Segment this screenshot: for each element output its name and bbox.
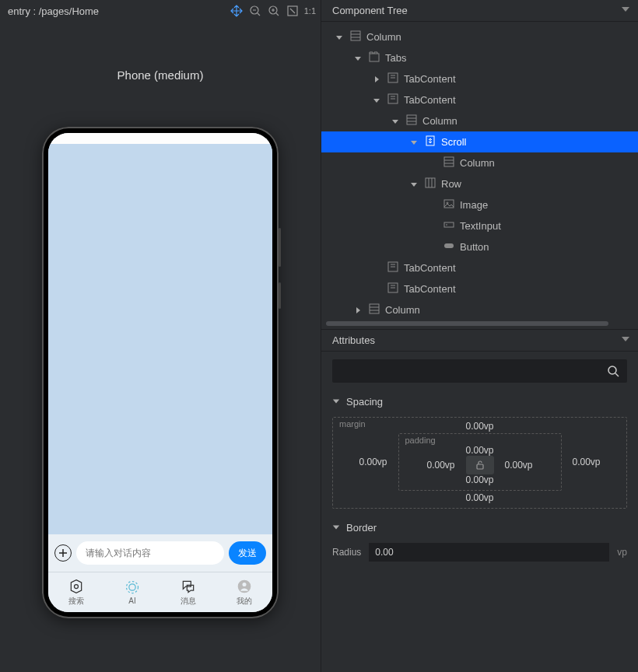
component-icon xyxy=(443,198,455,212)
component-icon xyxy=(424,177,436,191)
tree-node-image[interactable]: Image xyxy=(321,194,638,215)
padding-top-value[interactable]: 0.00vp xyxy=(465,445,493,456)
fit-screen-icon[interactable] xyxy=(284,2,301,19)
inspector-panel: Component Tree ColumnTabsTabContentTabCo… xyxy=(321,0,638,672)
tree-node-label: TabContent xyxy=(404,73,456,85)
svg-rect-22 xyxy=(370,304,379,313)
padding-label: padding xyxy=(405,436,436,445)
margin-box[interactable]: margin 0.00vp 0.00vp padding 0.00vp 0.00… xyxy=(332,417,627,509)
component-icon xyxy=(368,51,380,65)
twisty-icon[interactable] xyxy=(390,116,401,127)
phone-frame: 发送 搜索 AI 消息 xyxy=(42,127,279,618)
tree-node-column[interactable]: Column xyxy=(321,299,638,320)
tree-node-button[interactable]: Button xyxy=(321,236,638,257)
bottom-tab-bar: 搜索 AI 消息 我的 xyxy=(48,572,272,612)
margin-right-value[interactable]: 0.00vp xyxy=(573,457,601,467)
twisty-icon[interactable] xyxy=(371,95,382,106)
pan-icon[interactable] xyxy=(228,2,245,19)
phone-power-button xyxy=(279,282,281,309)
preview-canvas[interactable]: Phone (medium) 发送 搜索 xyxy=(0,22,321,672)
svg-point-5 xyxy=(127,582,138,593)
tree-node-label: Column xyxy=(385,304,420,316)
tree-node-column[interactable]: Column xyxy=(321,110,638,131)
zoom-ratio-label[interactable]: 1:1 xyxy=(304,6,316,16)
twisty-icon[interactable] xyxy=(371,74,382,85)
attributes-title: Attributes xyxy=(332,334,375,346)
tree-node-label: TabContent xyxy=(404,94,456,106)
tree-node-column[interactable]: Column xyxy=(321,152,638,173)
collapse-panel-icon[interactable] xyxy=(621,5,630,16)
attributes-search[interactable] xyxy=(332,359,627,383)
tree-node-tabcontent[interactable]: TabContent xyxy=(321,89,638,110)
tab-profile[interactable]: 我的 xyxy=(237,579,252,607)
zoom-out-icon[interactable] xyxy=(247,2,264,19)
twisty-icon[interactable] xyxy=(427,158,438,169)
tree-node-scroll[interactable]: Scroll xyxy=(321,131,638,152)
twisty-icon[interactable] xyxy=(371,284,382,295)
tree-horizontal-scrollbar[interactable] xyxy=(326,321,633,327)
svg-rect-15 xyxy=(426,178,435,187)
preview-toolbar: 1:1 xyxy=(228,2,316,19)
twisty-icon[interactable] xyxy=(371,263,382,274)
tab-messages[interactable]: 消息 xyxy=(181,579,196,607)
padding-bottom-value[interactable]: 0.00vp xyxy=(465,474,493,485)
svg-rect-18 xyxy=(444,222,454,227)
twisty-icon[interactable] xyxy=(427,242,438,253)
tab-search[interactable]: 搜索 xyxy=(68,579,84,607)
plus-icon[interactable] xyxy=(54,544,72,562)
svg-rect-14 xyxy=(444,157,454,166)
twisty-icon[interactable] xyxy=(427,221,438,232)
svg-point-7 xyxy=(243,583,247,586)
spacing-section-header[interactable]: Spacing xyxy=(321,390,638,412)
svg-point-23 xyxy=(608,366,616,374)
tab-label: 我的 xyxy=(237,596,252,607)
tree-node-tabcontent[interactable]: TabContent xyxy=(321,68,638,89)
tree-node-column[interactable]: Column xyxy=(321,26,638,47)
zoom-in-icon[interactable] xyxy=(265,2,282,19)
border-section-header[interactable]: Border xyxy=(321,516,638,538)
border-radius-row: Radius vp xyxy=(321,538,638,566)
padding-box[interactable]: padding 0.00vp 0.00vp 0.00vp 0.00vp xyxy=(398,433,562,491)
chat-scroll-area[interactable] xyxy=(48,144,272,534)
component-icon xyxy=(387,282,399,296)
svg-rect-24 xyxy=(477,464,483,469)
twisty-icon[interactable] xyxy=(352,53,363,64)
padding-right-value[interactable]: 0.00vp xyxy=(505,460,533,471)
tab-ai[interactable]: AI xyxy=(124,579,140,605)
tree-node-label: Column xyxy=(422,115,457,127)
radius-input[interactable] xyxy=(369,543,609,562)
tree-node-row[interactable]: Row xyxy=(321,173,638,194)
component-icon xyxy=(405,114,418,128)
twisty-icon[interactable] xyxy=(427,200,438,211)
chevron-down-icon xyxy=(332,397,340,405)
padding-left-value[interactable]: 0.00vp xyxy=(426,460,454,471)
margin-left-value[interactable]: 0.00vp xyxy=(359,457,387,467)
tree-node-tabs[interactable]: Tabs xyxy=(321,47,638,68)
collapse-panel-icon[interactable] xyxy=(621,334,630,346)
twisty-icon[interactable] xyxy=(408,179,419,190)
component-tree[interactable]: ColumnTabsTabContentTabContentColumnScro… xyxy=(321,22,638,329)
svg-rect-9 xyxy=(370,54,379,61)
attributes-panel: Attributes Spacing margin 0.00vp 0.00vp … xyxy=(321,329,638,672)
tree-node-label: TabContent xyxy=(404,262,456,274)
tree-node-label: Column xyxy=(366,31,401,43)
tree-node-tabcontent[interactable]: TabContent xyxy=(321,257,638,278)
tree-node-tabcontent[interactable]: TabContent xyxy=(321,278,638,299)
twisty-icon[interactable] xyxy=(408,137,419,148)
component-icon xyxy=(368,303,380,317)
twisty-icon[interactable] xyxy=(334,32,345,43)
component-icon xyxy=(387,261,399,275)
margin-bottom-value[interactable]: 0.00vp xyxy=(465,492,493,503)
phone-screen: 发送 搜索 AI 消息 xyxy=(48,133,272,612)
margin-top-value[interactable]: 0.00vp xyxy=(465,421,493,432)
tab-label: 搜索 xyxy=(68,596,84,607)
border-label: Border xyxy=(346,522,377,534)
attributes-header: Attributes xyxy=(321,330,638,352)
lock-icon[interactable] xyxy=(466,456,494,474)
svg-rect-12 xyxy=(407,115,416,124)
tree-node-label: Tabs xyxy=(385,52,406,64)
send-button[interactable]: 发送 xyxy=(229,541,266,565)
tree-node-textinput[interactable]: TextInput xyxy=(321,215,638,236)
chat-text-input[interactable] xyxy=(76,541,224,565)
twisty-icon[interactable] xyxy=(352,305,363,316)
